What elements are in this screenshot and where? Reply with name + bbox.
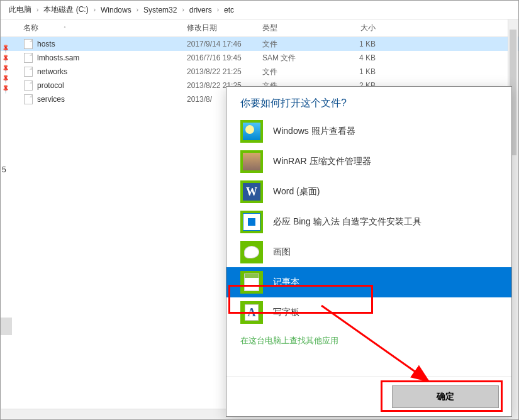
file-icon [23, 39, 33, 49]
file-name: lmhosts.sam [37, 53, 187, 62]
file-type: SAM 文件 [262, 53, 338, 64]
chevron-right-icon: › [180, 6, 186, 13]
col-date-header[interactable]: 修改日期 [187, 23, 262, 33]
file-type: 文件 [262, 67, 338, 77]
breadcrumb-seg[interactable]: Windows [99, 6, 133, 14]
file-type: 文件 [262, 39, 338, 50]
file-icon [23, 67, 33, 77]
file-name: networks [37, 67, 187, 76]
file-date: 2017/9/14 17:46 [187, 40, 262, 48]
file-date: 2013/8/22 21:25 [187, 67, 262, 76]
file-icon [23, 80, 33, 91]
app-label: 写字板 [273, 307, 299, 318]
app-item-winrar[interactable]: WinRAR 压缩文件管理器 [226, 146, 511, 177]
chevron-right-icon: › [215, 6, 221, 13]
app-item-wordpad[interactable]: A 写字板 [226, 297, 511, 328]
breadcrumb-seg[interactable]: drivers [187, 6, 214, 14]
dialog-footer: 确定 [226, 376, 511, 416]
breadcrumb-seg[interactable]: System32 [142, 6, 179, 14]
breadcrumb[interactable]: 此电脑› 本地磁盘 (C:)› Windows› System32› drive… [1, 1, 518, 19]
bing-icon [240, 211, 263, 233]
file-size: 4 KB [338, 53, 388, 62]
dialog-title: 你要如何打开这个文件? [226, 87, 511, 116]
file-size: 1 KB [338, 40, 388, 48]
col-name-header[interactable]: 名称˄ [23, 23, 187, 33]
file-size: 1 KB [338, 67, 388, 76]
chevron-right-icon: › [92, 6, 98, 13]
wordpad-icon: A [240, 301, 263, 324]
paint-icon [240, 241, 263, 263]
pin-icon: 📌 [1, 45, 9, 53]
breadcrumb-seg[interactable]: etc [222, 6, 236, 14]
col-type-header[interactable]: 类型 [262, 23, 338, 33]
file-icon [23, 53, 33, 63]
app-list: Windows 照片查看器 WinRAR 压缩文件管理器 W Word (桌面)… [226, 116, 511, 328]
file-name: services [37, 95, 187, 104]
file-row[interactable]: lmhosts.sam 2016/7/16 19:45 SAM 文件 4 KB [1, 51, 518, 65]
pin-strip: 📌 📌 📌 📌 📌 [1, 42, 9, 96]
file-row[interactable]: networks 2013/8/22 21:25 文件 1 KB [1, 65, 518, 79]
file-row[interactable]: hosts 2017/9/14 17:46 文件 1 KB [1, 37, 518, 51]
chevron-right-icon: › [35, 6, 40, 13]
app-item-word[interactable]: W Word (桌面) [226, 177, 511, 207]
winrar-icon [240, 150, 263, 173]
app-item-notepad[interactable]: 记事本 [226, 267, 511, 297]
breadcrumb-seg[interactable]: 此电脑 [7, 4, 33, 15]
col-size-header[interactable]: 大小 [338, 23, 388, 33]
breadcrumb-seg[interactable]: 本地磁盘 (C:) [42, 4, 90, 15]
app-label: 必应 Bing 输入法 自造字文件安装工具 [273, 216, 421, 228]
app-item-photo-viewer[interactable]: Windows 照片查看器 [226, 116, 511, 146]
side-count: 5 [2, 165, 6, 174]
pin-icon: 📌 [1, 55, 9, 64]
app-item-paint[interactable]: 画图 [226, 237, 511, 267]
app-label: 画图 [273, 246, 291, 258]
side-tab [1, 318, 12, 335]
column-headers[interactable]: 名称˄ 修改日期 类型 大小 [1, 19, 518, 37]
app-label: Windows 照片查看器 [273, 126, 355, 137]
app-item-bing[interactable]: 必应 Bing 输入法 自造字文件安装工具 [226, 207, 511, 237]
app-label: 记事本 [273, 277, 299, 288]
file-icon [23, 94, 33, 104]
file-name: hosts [37, 40, 187, 48]
word-icon: W [240, 180, 263, 203]
chevron-right-icon: › [135, 6, 140, 13]
sort-asc-icon: ˄ [64, 26, 66, 31]
pin-icon: 📌 [1, 75, 9, 84]
photo-viewer-icon [240, 120, 263, 143]
pin-icon: 📌 [1, 85, 9, 94]
app-label: Word (桌面) [273, 186, 320, 197]
more-apps-link[interactable]: 在这台电脑上查找其他应用 [226, 328, 511, 354]
open-with-dialog: 你要如何打开这个文件? Windows 照片查看器 WinRAR 压缩文件管理器… [226, 86, 512, 417]
ok-button[interactable]: 确定 [392, 385, 499, 408]
notepad-icon [240, 271, 263, 294]
file-name: protocol [37, 81, 187, 90]
app-label: WinRAR 压缩文件管理器 [273, 156, 371, 167]
pin-icon: 📌 [1, 65, 9, 74]
file-date: 2016/7/16 19:45 [187, 53, 262, 62]
